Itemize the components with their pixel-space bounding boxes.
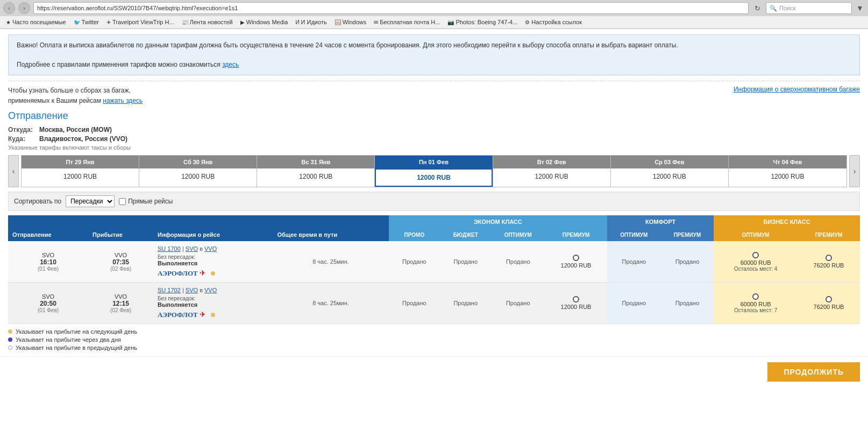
download-button[interactable]: ▼ (855, 3, 865, 13)
page-content: Важно! Оплата и выписка авиабилетов по д… (0, 34, 868, 387)
biz-radio-button[interactable] (752, 293, 759, 300)
date-next-button[interactable]: › (849, 155, 860, 187)
tariff-note: Указанные тарифы включают таксы и сборы (8, 144, 860, 151)
windows-media-icon: ▶ (240, 19, 245, 25)
th-promo: ПРОМО (389, 228, 440, 241)
plane-icon: ✈ (200, 310, 206, 319)
seats-left: Осталось мест: 7 (717, 307, 794, 313)
date-col-6[interactable]: Чт 04 Фев 12000 RUB (729, 156, 846, 187)
date-col-4[interactable]: Вт 02 Фев 12000 RUB (493, 156, 611, 187)
continue-button[interactable]: ПРОДОЛЖИТЬ (767, 362, 860, 382)
biz-price-cell[interactable]: 76200 RUB (798, 283, 860, 324)
notice-important-text: Важно! Оплата и выписка авиабилетов по д… (17, 41, 678, 49)
to-value: Владивосток, Россия (VVO) (39, 135, 127, 143)
route-to[interactable]: VVO (204, 245, 217, 252)
date-col-0[interactable]: Пт 29 Янв 12000 RUB (22, 156, 139, 187)
bookmark-windows[interactable]: 🪟 Windows (332, 18, 369, 26)
flight-status: Выполняется (158, 301, 268, 308)
baggage-link[interactable]: нажать здесь (103, 97, 143, 104)
star-icon: ★ (6, 19, 11, 25)
date-price[interactable]: 12000 RUB (139, 168, 257, 185)
address-bar[interactable] (33, 2, 749, 14)
date-price[interactable]: 12000 RUB (22, 168, 139, 185)
price-cell[interactable]: 12000 RUB (545, 283, 607, 324)
baggage-left: Чтобы узнать больше о сборах за багаж, п… (8, 86, 143, 106)
route-from[interactable]: SVO (186, 245, 198, 252)
bookmark-mail[interactable]: ✉ Бесплатная почта Н... (371, 18, 443, 26)
sold-cell: Продано (440, 241, 491, 283)
section-header: Отправление (8, 110, 860, 122)
notice-detail-text: Подробнее с правилами применения тарифов… (17, 61, 220, 68)
sort-bar: Сортировать по Пересадки Прямые рейсы (8, 192, 860, 211)
bookmark-idiot[interactable]: И И Идиоть (293, 18, 329, 26)
bookmark-windows-media[interactable]: ▶ Windows Media (238, 18, 291, 26)
arrival-cell: VVO 07:35 (02 Фев) (88, 241, 153, 283)
flight-number[interactable]: SU 1702 (158, 287, 181, 293)
bookmark-travelport[interactable]: ✈ Travelport ViewTrip H... (104, 18, 177, 26)
radio-button[interactable] (573, 296, 579, 303)
date-price[interactable]: 12000 RUB (257, 168, 374, 185)
price-cell[interactable]: 12000 RUB (545, 241, 607, 283)
biz-price-amount: 76200 RUB (801, 304, 857, 310)
search-placeholder: Поиск (779, 5, 795, 11)
dep-date: (01 Фев) (11, 307, 85, 313)
date-price[interactable]: 12000 RUB (493, 168, 610, 185)
sold-cell: Продано (661, 241, 714, 283)
yellow-dot-icon (8, 329, 12, 334)
bookmark-photos[interactable]: 📷 Photos: Boeing 747-4... (445, 18, 520, 26)
arrival-cell: VVO 12:15 (02 Фев) (88, 283, 153, 324)
biz-radio-button[interactable] (752, 252, 759, 258)
notice-link[interactable]: здесь (222, 61, 239, 68)
baggage-oversize-link[interactable]: Информация о сверхнормативном багаже (734, 86, 860, 93)
biz-price-cell[interactable]: 76200 RUB (798, 241, 860, 283)
date-header: Ср 03 Фев (611, 156, 728, 168)
baggage-line1: Чтобы узнать больше о сборах за багаж, (8, 87, 131, 94)
date-col-5[interactable]: Ср 03 Фев 12000 RUB (611, 156, 729, 187)
biz-price-cell[interactable]: 60000 RUB Осталось мест: 7 (714, 283, 798, 324)
sold-cell: Продано (607, 241, 661, 283)
bookmark-settings[interactable]: ⚙ Настройка ссылок (522, 18, 585, 26)
refresh-button[interactable]: ↻ (752, 3, 763, 13)
separator (8, 81, 860, 81)
date-prev-button[interactable]: ‹ (8, 155, 19, 187)
date-header: Вт 02 Фев (493, 156, 610, 168)
legend-next-day-text: Указывает на прибытие на следующий день (16, 328, 137, 335)
stop-info: Без пересадок: (158, 296, 268, 301)
date-col-3[interactable]: Пн 01 Фев 12000 RUB (375, 156, 493, 187)
airline-logo: АЭРОФЛОТ ✈ (158, 310, 268, 319)
biz-price-cell[interactable]: 60000 RUB Осталось мест: 4 (714, 241, 798, 283)
bookmark-twitter[interactable]: 🐦 Twitter (71, 18, 102, 26)
direct-label: Прямые рейсы (128, 198, 173, 205)
radio-button[interactable] (573, 255, 579, 261)
date-col-2[interactable]: Вс 31 Янв 12000 RUB (257, 156, 375, 187)
direct-flights-checkbox[interactable]: Прямые рейсы (119, 198, 173, 205)
notice-box: Важно! Оплата и выписка авиабилетов по д… (8, 34, 860, 75)
date-price[interactable]: 12000 RUB (611, 168, 728, 185)
route-from[interactable]: SVO (186, 287, 198, 293)
bookmark-news[interactable]: 📰 Лента новостей (179, 18, 236, 26)
flight-number[interactable]: SU 1700 (158, 245, 181, 252)
route-info: Откуда: Москва, Россия (MOW) Куда: Влади… (8, 126, 860, 151)
direct-checkbox-input[interactable] (119, 198, 126, 205)
bookmark-label: Windows (343, 19, 367, 25)
back-button[interactable]: ‹ (3, 2, 15, 14)
date-price[interactable]: 12000 RUB (375, 168, 492, 187)
sort-select[interactable]: Пересадки (66, 195, 115, 207)
yellow-indicator (211, 313, 215, 317)
search-icon: 🔍 (770, 5, 777, 12)
date-price[interactable]: 12000 RUB (729, 168, 846, 185)
biz-radio-button[interactable] (826, 255, 832, 261)
bookmark-label: Лента новостей (190, 19, 233, 25)
plane-icon: ✈ (106, 19, 111, 25)
th-comfort-class: КОМФОРТ (607, 215, 714, 228)
date-col-1[interactable]: Сб 30 Янв 12000 RUB (139, 156, 257, 187)
route-to[interactable]: VVO (204, 287, 217, 293)
yellow-indicator (211, 271, 215, 276)
search-bar[interactable]: 🔍 Поиск (766, 2, 852, 14)
bookmark-frequent[interactable]: ★ Часто посещаемые (3, 18, 69, 26)
biz-radio-button[interactable] (826, 296, 832, 303)
idiot-icon: И (295, 19, 299, 25)
duration-cell: 8 час. 25мин. (273, 283, 388, 324)
flight-table-wrapper: ЭКОНОМ КЛАСС КОМФОРТ БИЗНЕС КЛАСС Отправ… (8, 215, 860, 324)
forward-button[interactable]: › (18, 2, 30, 14)
